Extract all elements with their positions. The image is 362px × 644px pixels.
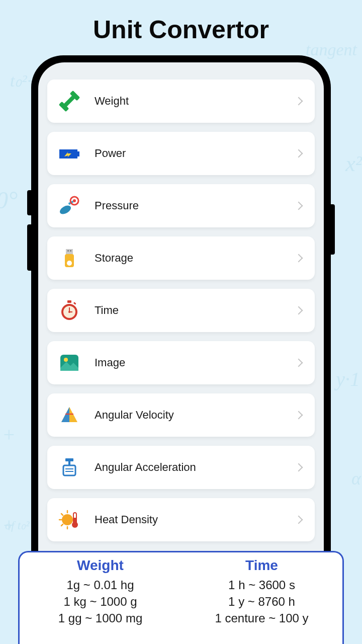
info-line: 1 gg ~ 1000 mg xyxy=(58,611,142,625)
phone-frame: Weight Power xyxy=(31,55,331,589)
svg-rect-36 xyxy=(74,518,76,525)
info-line: 1 kg ~ 1000 g xyxy=(63,595,137,609)
chevron-right-icon xyxy=(295,306,303,315)
dumbbell-icon xyxy=(58,90,80,112)
svg-point-8 xyxy=(73,199,76,202)
svg-rect-10 xyxy=(67,250,69,252)
list-label: Power xyxy=(95,147,296,160)
svg-rect-4 xyxy=(77,151,79,156)
chevron-right-icon xyxy=(295,359,303,367)
svg-rect-15 xyxy=(73,302,76,305)
svg-rect-25 xyxy=(63,465,75,475)
svg-point-5 xyxy=(58,204,72,216)
phone-screen: Weight Power xyxy=(38,62,324,589)
list-label: Angular Acceleration xyxy=(95,461,296,474)
list-item-pressure[interactable]: Pressure xyxy=(47,184,315,227)
list-label: Heat Density xyxy=(95,513,296,526)
image-icon xyxy=(58,352,80,374)
list-item-angular-acceleration[interactable]: Angular Acceleration xyxy=(47,446,315,489)
phone-side-button xyxy=(27,190,31,215)
list-item-storage[interactable]: Storage xyxy=(47,236,315,280)
chevron-right-icon xyxy=(295,516,303,524)
svg-line-32 xyxy=(61,514,63,515)
svg-rect-23 xyxy=(65,458,73,461)
stopwatch-icon xyxy=(58,299,80,321)
usb-icon xyxy=(58,247,80,269)
prism-icon xyxy=(58,404,80,426)
svg-rect-9 xyxy=(66,249,73,254)
svg-line-33 xyxy=(61,524,63,526)
chevron-right-icon xyxy=(295,463,303,472)
chevron-right-icon xyxy=(295,97,303,106)
list-label: Pressure xyxy=(95,199,296,212)
svg-point-20 xyxy=(68,311,70,313)
chevron-right-icon xyxy=(295,254,303,263)
info-line: 1 y ~ 8760 h xyxy=(228,595,295,609)
list-item-power[interactable]: Power xyxy=(47,132,315,175)
chevron-right-icon xyxy=(295,202,303,210)
list-label: Image xyxy=(95,356,296,369)
list-label: Time xyxy=(95,304,296,317)
list-item-time[interactable]: Time xyxy=(47,289,315,332)
phone-side-button xyxy=(27,224,31,271)
info-column-weight: Weight 1g ~ 0.01 hg 1 kg ~ 1000 g 1 gg ~… xyxy=(20,557,181,644)
chevron-right-icon xyxy=(295,411,303,420)
list-label: Weight xyxy=(95,95,296,108)
gauge-icon xyxy=(58,195,80,217)
battery-icon xyxy=(58,142,80,165)
list-item-image[interactable]: Image xyxy=(47,341,315,384)
phone-side-button xyxy=(331,204,335,255)
info-panel: Weight 1g ~ 0.01 hg 1 kg ~ 1000 g 1 gg ~… xyxy=(18,551,344,644)
chevron-right-icon xyxy=(295,149,303,158)
svg-point-22 xyxy=(64,358,68,362)
list-label: Storage xyxy=(95,252,296,265)
info-column-time: Time 1 h ~ 3600 s 1 y ~ 8760 h 1 centure… xyxy=(181,557,342,644)
list-item-angular-velocity[interactable]: Angular Velocity xyxy=(47,393,315,437)
info-line: 1g ~ 0.01 hg xyxy=(66,578,134,592)
flask-icon xyxy=(58,456,80,478)
svg-point-13 xyxy=(67,261,72,266)
svg-point-28 xyxy=(62,514,73,525)
list-label: Angular Velocity xyxy=(95,409,296,422)
info-heading: Time xyxy=(245,557,278,574)
info-line: 1 h ~ 3600 s xyxy=(228,578,295,592)
list-item-weight[interactable]: Weight xyxy=(47,79,315,123)
info-heading: Weight xyxy=(77,557,124,574)
list-item-heat-density[interactable]: Heat Density xyxy=(47,498,315,541)
svg-rect-11 xyxy=(70,250,71,252)
svg-rect-14 xyxy=(67,300,71,303)
page-title: Unit Convertor xyxy=(0,0,362,44)
info-line: 1 centure ~ 100 y xyxy=(215,611,308,625)
sun-thermo-icon xyxy=(58,509,80,531)
